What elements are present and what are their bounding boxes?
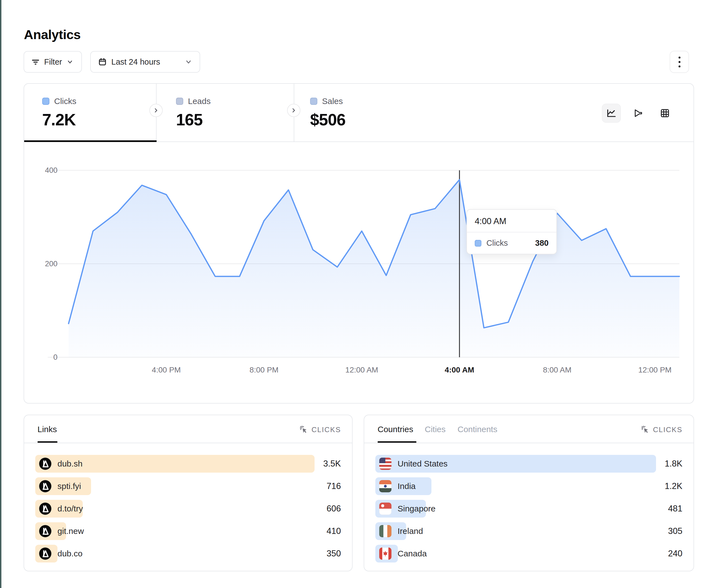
calendar-icon	[98, 58, 107, 66]
row-label: dub.sh	[58, 459, 83, 469]
page-title: Analytics	[24, 27, 81, 42]
dub-logo-icon	[39, 547, 51, 560]
metric-expand-button[interactable]	[149, 104, 163, 117]
dub-logo-icon	[39, 502, 51, 515]
row-label: United States	[397, 459, 448, 469]
list-item[interactable]: dub.sh3.5K	[35, 455, 341, 473]
row-value: 350	[326, 545, 341, 563]
row-label: d.to/try	[58, 504, 83, 513]
row-value: 481	[668, 500, 683, 518]
chevron-down-icon	[66, 58, 73, 65]
sales-value: $506	[310, 110, 345, 129]
list-item[interactable]: dub.co350	[35, 545, 341, 563]
row-value: 3.5K	[323, 455, 341, 473]
y-axis-tick: 0	[53, 353, 58, 361]
list-item[interactable]: Canada240	[375, 545, 683, 563]
links-metric-header[interactable]: CLICKS	[299, 425, 341, 434]
row-value: 1.8K	[665, 455, 683, 473]
funnel-view-button[interactable]	[629, 104, 647, 122]
clicks-value: 7.2K	[42, 110, 76, 129]
more-options-button[interactable]	[670, 51, 689, 73]
ie-flag-icon	[379, 525, 391, 537]
row-value: 716	[326, 477, 341, 495]
list-item[interactable]: Ireland305	[375, 522, 683, 540]
row-value: 240	[668, 545, 683, 563]
row-label: Singapore	[397, 504, 436, 513]
tooltip-time: 4:00 AM	[467, 210, 556, 232]
tab-leads[interactable]: Leads 165	[156, 84, 294, 141]
row-label: India	[397, 481, 416, 491]
clicks-legend-square-icon	[42, 98, 49, 105]
row-value: 606	[326, 500, 341, 518]
tab-continents[interactable]: Continents	[457, 425, 497, 434]
filter-button-label: Filter	[44, 58, 62, 67]
metric-label: Leads	[188, 96, 211, 106]
x-axis-tick: 12:00 AM	[345, 366, 378, 374]
date-range-button[interactable]: Last 24 hours	[90, 51, 200, 73]
in-flag-icon	[379, 480, 391, 492]
filter-icon	[31, 58, 40, 66]
active-tab-underline	[38, 441, 58, 443]
chart-svg: 02004004:00 PM8:00 PM12:00 AM4:00 AM8:00…	[24, 142, 695, 404]
filter-button[interactable]: Filter	[24, 51, 82, 73]
geo-panel-header: Countries Cities Continents CLICKS	[364, 415, 693, 443]
links-panel-header: Links CLICKS	[24, 415, 352, 443]
chart-tooltip: 4:00 AM Clicks 380	[467, 209, 557, 254]
clicks-legend-square-icon	[475, 240, 481, 247]
sg-flag-icon	[379, 502, 391, 515]
leads-legend-square-icon	[176, 98, 183, 105]
y-axis-tick: 200	[45, 259, 58, 268]
chevron-down-icon	[185, 58, 192, 66]
tab-sales[interactable]: Sales $506	[294, 84, 572, 141]
line-chart-view-button[interactable]	[602, 104, 621, 122]
chart-view-toggles	[602, 104, 674, 122]
clicks-area-chart[interactable]: 02004004:00 PM8:00 PM12:00 AM4:00 AM8:00…	[24, 142, 695, 404]
sales-legend-square-icon	[310, 98, 317, 105]
chart-area-fill	[69, 180, 680, 357]
row-value: 410	[326, 522, 341, 540]
metric-label: Clicks	[54, 96, 76, 106]
x-axis-tick: 4:00 PM	[152, 366, 181, 374]
ca-flag-icon	[379, 547, 391, 560]
row-label: Canada	[397, 549, 427, 558]
list-item[interactable]: d.to/try606	[35, 500, 341, 518]
cursor-click-icon	[299, 425, 308, 434]
geo-metric-header[interactable]: CLICKS	[641, 425, 683, 434]
row-value: 305	[668, 522, 683, 540]
x-axis-tick: 8:00 AM	[543, 366, 572, 374]
tooltip-value: 380	[535, 239, 548, 248]
kebab-icon	[678, 56, 681, 59]
analytics-card: Clicks 7.2K Leads 165 Sales $506	[24, 83, 694, 404]
date-range-label: Last 24 hours	[111, 58, 160, 67]
table-grid-icon	[660, 108, 670, 118]
geo-panel: Countries Cities Continents CLICKS Unite…	[364, 415, 694, 571]
tab-clicks[interactable]: Clicks 7.2K	[24, 84, 156, 141]
list-item[interactable]: India1.2K	[375, 477, 683, 495]
list-item[interactable]: United States1.8K	[375, 455, 683, 473]
links-panel: Links CLICKS dub.sh3.5Kspti.fyi716d.to/t…	[24, 415, 352, 571]
us-flag-icon	[379, 458, 391, 470]
x-axis-tick: 8:00 PM	[250, 366, 278, 374]
table-view-button[interactable]	[656, 104, 674, 122]
tab-links[interactable]: Links	[38, 425, 57, 434]
leads-value: 165	[176, 110, 202, 129]
y-axis-tick: 400	[45, 166, 58, 175]
row-label: spti.fyi	[58, 481, 81, 491]
chevron-right-icon	[153, 107, 159, 113]
tab-countries[interactable]: Countries	[378, 425, 413, 434]
row-label: dub.co	[58, 549, 83, 558]
dub-logo-icon	[39, 525, 51, 537]
tab-cities[interactable]: Cities	[425, 425, 446, 434]
cursor-click-icon	[641, 425, 650, 434]
chevron-right-icon	[291, 107, 297, 113]
dub-logo-icon	[39, 458, 51, 470]
list-item[interactable]: Singapore481	[375, 500, 683, 518]
metric-label: Sales	[322, 96, 343, 106]
dub-logo-icon	[39, 480, 51, 492]
list-item[interactable]: git.new410	[35, 522, 341, 540]
metric-expand-button[interactable]	[287, 104, 300, 117]
active-tab-underline	[378, 441, 416, 443]
list-item[interactable]: spti.fyi716	[35, 477, 341, 495]
line-chart-icon	[606, 108, 617, 118]
row-label: Ireland	[397, 526, 423, 536]
